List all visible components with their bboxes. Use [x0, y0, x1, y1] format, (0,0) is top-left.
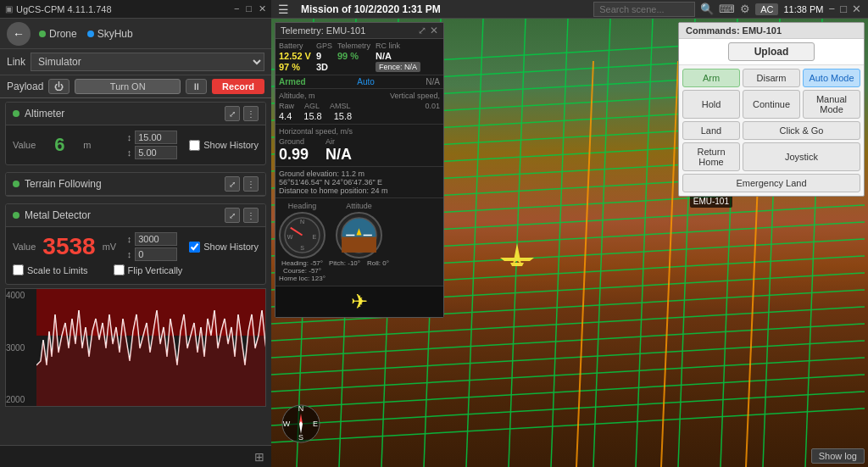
hold-button[interactable]: Hold: [682, 90, 740, 119]
click-go-button[interactable]: Click & Go: [743, 121, 860, 140]
chart-y-axis: 4000 3000 2000: [6, 289, 36, 406]
agl-val: 15.8: [303, 111, 321, 121]
svg-text:W: W: [283, 420, 291, 428]
metal-show-history-check[interactable]: [189, 242, 200, 253]
skyhub-tab-label: SkyHub: [97, 28, 133, 40]
return-home-button[interactable]: Return Home: [682, 142, 740, 171]
emergency-land-button[interactable]: Emergency Land: [682, 174, 860, 192]
telem-close-btn[interactable]: ✕: [430, 25, 438, 36]
maximize-btn[interactable]: □: [246, 3, 252, 14]
map-maximize-btn[interactable]: □: [840, 3, 847, 15]
minimize-btn[interactable]: −: [234, 3, 239, 14]
map-search-input[interactable]: [593, 2, 695, 17]
hamburger-menu[interactable]: ☰: [278, 3, 289, 16]
scale-limits-label: Scale to Limits: [27, 265, 88, 275]
svg-line-24: [271, 409, 865, 442]
altimeter-title: Altimeter: [25, 108, 64, 120]
hspeed-section: Horizontal speed, m/s Ground 0.99 Air N/…: [275, 124, 443, 166]
terrain-expand-btn[interactable]: ⤢: [225, 176, 240, 192]
arm-button[interactable]: Arm: [682, 69, 740, 87]
commands-panel: Commands: EMU-101 Upload Arm Disarm Auto…: [678, 22, 865, 197]
turnon-button[interactable]: Turn ON: [75, 79, 181, 94]
compass-rose-map: N S W E: [280, 403, 322, 445]
auto-mode-button[interactable]: Auto Mode: [803, 69, 860, 87]
land-button[interactable]: Land: [682, 121, 740, 140]
raw-label: Raw: [279, 102, 294, 110]
altimeter-menu-btn[interactable]: ⋮: [243, 106, 259, 121]
mission-title: Mission of 10/2/2020 1:31 PM: [301, 3, 441, 15]
rc-link-label: RC link: [376, 42, 420, 50]
metal-detector-chart: 4000 3000 2000: [5, 288, 266, 407]
gps-mode: 3D: [316, 62, 332, 72]
svg-line-39: [661, 61, 678, 467]
skyhub-status-dot: [87, 31, 94, 37]
metal-detector-panel: Metal Detector ⤢ ⋮ Value 3538 mV ↕ ↕: [5, 203, 266, 285]
joystick-button[interactable]: Joystick: [743, 142, 860, 171]
nav-status: N/A: [426, 77, 440, 86]
altimeter-spin1[interactable]: [135, 131, 177, 144]
link-label: Link: [7, 56, 25, 68]
status-icon[interactable]: ⊞: [254, 450, 264, 464]
gps-label: GPS: [316, 42, 332, 50]
svg-rect-51: [342, 237, 376, 253]
link-select[interactable]: Simulator: [31, 53, 264, 71]
record-button[interactable]: Record: [212, 79, 264, 94]
metal-spin1[interactable]: [135, 232, 177, 246]
svg-text:N: N: [298, 404, 304, 413]
raw-val: 4.4: [279, 111, 292, 121]
rc-link-value: N/A: [376, 51, 420, 61]
altimeter-value: 6: [42, 134, 76, 156]
altimeter-spin2[interactable]: [135, 146, 177, 159]
ac-badge: AC: [755, 3, 778, 15]
continue-button[interactable]: Continue: [743, 90, 800, 119]
svg-line-38: [576, 61, 593, 467]
svg-text:S: S: [300, 245, 304, 252]
metal-value-label: Value: [13, 242, 36, 252]
telem-expand-btn[interactable]: ⤢: [418, 25, 426, 36]
status-bar: ⊞: [0, 445, 271, 467]
svg-line-23: [271, 392, 865, 425]
scale-limits-check[interactable]: [13, 264, 24, 275]
app-icon: ▣: [5, 4, 13, 14]
nav-tab-skyhub[interactable]: SkyHub: [87, 28, 133, 40]
upload-button[interactable]: Upload: [728, 42, 815, 61]
terrain-menu-btn[interactable]: ⋮: [243, 176, 259, 192]
vspeed-val: 0.01: [425, 102, 440, 110]
svg-text:W: W: [287, 234, 293, 241]
map-title-bar: ☰ Mission of 10/2/2020 1:31 PM 🔍 ⌨ ⚙ AC …: [271, 0, 868, 19]
left-panel: ▣ UgCS-CPM 4.11.1.748 − □ ✕ ← Drone SkyH…: [0, 0, 271, 467]
telemetry-title-bar: Telemetry: EMU-101 ⤢ ✕: [275, 23, 443, 39]
altitude-section: Altitude, m Vertical speed, Raw AGL AMSL…: [275, 88, 443, 124]
metal-menu-btn[interactable]: ⋮: [243, 208, 259, 223]
auto-status: Auto: [357, 77, 375, 86]
flip-vertically-check[interactable]: [114, 264, 125, 275]
close-btn[interactable]: ✕: [259, 3, 266, 14]
link-row: Link Simulator: [0, 49, 271, 75]
search-icon[interactable]: 🔍: [700, 3, 714, 15]
altimeter-expand-btn[interactable]: ⤢: [225, 106, 240, 121]
back-button[interactable]: ←: [7, 22, 31, 46]
metal-detector-title: Metal Detector: [25, 209, 91, 221]
chart-svg-area: [36, 289, 265, 406]
coords-text: 56°51'46.54" N 24°06'47.36" E: [279, 178, 440, 186]
nav-tab-drone[interactable]: Drone: [39, 28, 77, 40]
metal-detector-body: Value 3538 mV ↕ ↕ Show History: [6, 227, 265, 284]
map-close-btn[interactable]: ✕: [852, 3, 861, 15]
keyboard-icon[interactable]: ⌨: [719, 3, 735, 15]
terrain-following-header: Terrain Following ⤢ ⋮: [6, 173, 265, 196]
map-minimize-btn[interactable]: −: [829, 3, 836, 15]
pause-button[interactable]: ⏸: [186, 79, 207, 94]
telemetry-title-text: Telemetry: EMU-101: [281, 25, 365, 36]
metal-expand-btn[interactable]: ⤢: [225, 208, 240, 223]
show-log-button[interactable]: Show log: [811, 448, 865, 464]
nav-bar: ← Drone SkyHub: [0, 19, 271, 49]
svg-line-20: [271, 341, 865, 375]
altimeter-show-history-check[interactable]: [189, 140, 200, 151]
power-button[interactable]: ⏻: [48, 79, 70, 94]
armed-status: Armed: [279, 77, 306, 86]
manual-mode-button[interactable]: Manual Mode: [803, 90, 860, 119]
metal-spin2[interactable]: [135, 247, 177, 261]
altimeter-body: Value 6 m ↕ ↕ Show History: [6, 125, 265, 164]
disarm-button[interactable]: Disarm: [743, 69, 800, 87]
settings-icon[interactable]: ⚙: [740, 3, 750, 15]
